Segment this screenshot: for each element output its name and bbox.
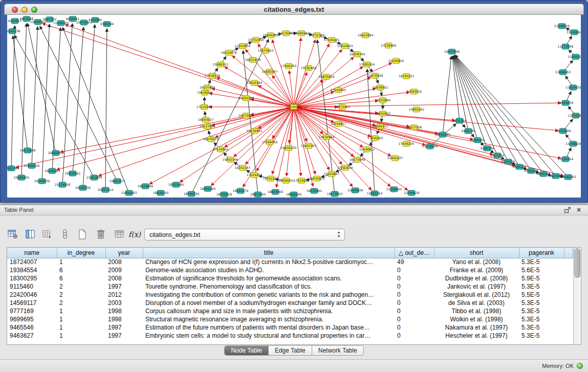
column-header-short[interactable]: short (434, 248, 519, 258)
edge[interactable] (443, 56, 451, 135)
column-header-out-de-[interactable]: △ out_de… (395, 248, 434, 258)
edge[interactable] (73, 27, 83, 173)
table-row[interactable]: 969969511998Structural magnetic resonanc… (7, 315, 573, 323)
table-scrollbar[interactable] (573, 248, 581, 344)
graph-node[interactable]: 16284631 (278, 178, 294, 183)
edge[interactable] (149, 107, 294, 184)
table-row[interactable]: 977716911998Corpus callosum shape and si… (7, 307, 573, 315)
graph-node[interactable]: 20145839 (34, 179, 50, 184)
graph-node[interactable]: 13258049 (422, 144, 438, 149)
graph-node[interactable]: 17583026 (406, 89, 422, 94)
graph-node[interactable]: 16573048 (350, 157, 365, 162)
edge[interactable] (455, 55, 568, 177)
graph-node[interactable]: 11695203 (568, 54, 581, 59)
graph-node[interactable]: 21830426 (24, 163, 40, 168)
graph-node[interactable]: 19841627 (110, 179, 125, 184)
edge[interactable] (14, 35, 94, 178)
graph-node[interactable]: 18135062 (307, 188, 322, 193)
graph-node[interactable]: 9284065 (471, 138, 485, 143)
select-rows-button[interactable] (58, 228, 72, 241)
edge[interactable] (294, 103, 561, 107)
edge[interactable] (180, 107, 294, 182)
graph-node[interactable]: 17024459 (247, 172, 263, 178)
graph-node[interactable]: 11540692 (567, 30, 581, 35)
graph-node[interactable]: 17519036 (294, 178, 310, 183)
graph-node[interactable]: 9803264 (537, 171, 551, 177)
graph-node[interactable]: 18207485 (168, 182, 184, 187)
graph-node[interactable]: 16309745 (350, 52, 365, 57)
graph-node[interactable]: 17320648 (197, 104, 212, 110)
graph-node[interactable]: 12368405 (386, 187, 402, 192)
graph-node[interactable]: 18872045 (250, 192, 266, 197)
tab-network-table[interactable]: Network Table (312, 345, 364, 356)
graph-node[interactable]: 16524078 (221, 50, 237, 55)
edge[interactable] (225, 107, 294, 147)
graph-node[interactable]: 15340826 (388, 58, 404, 63)
graph-node[interactable]: 11364059 (558, 100, 574, 105)
edge[interactable] (453, 56, 487, 149)
graph-node[interactable]: 16958230 (281, 145, 297, 150)
table-row[interactable]: 1872400712008Changes of HCN gene express… (7, 258, 573, 266)
graph-node[interactable]: 17540281 (324, 37, 340, 42)
graph-node[interactable]: 19650283 (45, 168, 60, 173)
graph-node[interactable]: 18650928 (216, 192, 232, 197)
edge[interactable] (52, 28, 61, 171)
graph-node[interactable]: 16478215 (203, 137, 219, 142)
graph-node[interactable]: 18043279 (233, 188, 249, 193)
graph-node[interactable]: 17203846 (375, 98, 391, 103)
graph-node[interactable]: 16294857 (331, 121, 346, 126)
graph-node[interactable]: 11948026 (565, 141, 581, 146)
graph-node[interactable]: 18365204 (200, 186, 216, 191)
graph-node[interactable]: 15782436 (301, 65, 317, 71)
graph-node[interactable]: 18790236 (184, 191, 200, 196)
graph-node[interactable]: 17093854 (235, 43, 251, 49)
edge[interactable] (455, 55, 556, 176)
graph-node[interactable]: 16938502 (373, 85, 388, 90)
graph-node[interactable]: 15926384 (247, 80, 263, 85)
graph-node[interactable]: 21062845 (86, 175, 102, 180)
edge[interactable] (454, 56, 508, 162)
graph-node[interactable]: 9768204 (100, 21, 114, 27)
graph-node[interactable]: 17284056 (262, 140, 278, 145)
graph-node[interactable]: 11820435 (565, 85, 581, 90)
graph-node[interactable]: 19447946 (444, 49, 460, 54)
graph-node[interactable]: 17082634 (337, 165, 353, 170)
network-table-select[interactable]: citations_edges.txt ▲▼ (144, 229, 345, 240)
table-row[interactable]: 1456911722003Disruption of a novel membe… (7, 299, 573, 307)
column-header-title[interactable]: title (143, 248, 395, 258)
graph-node[interactable]: 15860342 (409, 107, 425, 112)
table-mode-button[interactable] (6, 228, 19, 241)
graph-node[interactable]: 18429506 (268, 189, 284, 194)
graph-node[interactable]: 18573920 (327, 191, 343, 196)
column-header-year[interactable]: year (105, 248, 143, 258)
graph-node[interactable]: 17238406 (381, 43, 397, 48)
table-row[interactable]: 1938455462009Genome-wide association stu… (7, 266, 573, 274)
column-header-in-degree[interactable]: in_degree (57, 248, 105, 258)
graph-node[interactable]: 9425803 (491, 153, 505, 158)
function-builder-button[interactable]: f(x) (128, 228, 141, 241)
graph-node[interactable]: 16893027 (198, 117, 214, 122)
graph-node[interactable]: 12850364 (367, 191, 383, 196)
edge[interactable] (40, 26, 117, 181)
graph-node[interactable]: 21450283 (121, 190, 137, 195)
graph-node[interactable]: 16352187 (235, 165, 251, 170)
graph-node[interactable]: 18968240 (286, 192, 302, 197)
graph-node[interactable]: 17458236 (205, 73, 221, 78)
graph-node[interactable]: 17648205 (399, 141, 415, 146)
graph-node[interactable]: 17685204 (359, 62, 375, 67)
tab-edge-table[interactable]: Edge Table (268, 345, 312, 356)
edge[interactable] (105, 29, 107, 190)
graph-node[interactable]: 16903584 (358, 33, 374, 38)
graph-node[interactable]: 17046293 (281, 63, 297, 69)
float-panel-button[interactable] (563, 206, 572, 214)
edge[interactable] (272, 40, 294, 107)
graph-node[interactable]: 12405839 (347, 188, 363, 193)
graph-node[interactable]: 16740925 (309, 176, 325, 181)
delete-column-button[interactable] (94, 228, 107, 241)
graph-node[interactable]: 11358026 (554, 24, 570, 29)
graph-node[interactable]: 16835029 (319, 74, 335, 79)
show-columns-button[interactable] (24, 228, 37, 241)
graph-node[interactable]: 15824063 (337, 43, 353, 49)
graph-node[interactable]: 17216503 (278, 31, 294, 36)
graph-node[interactable]: 16051834 (245, 57, 261, 62)
